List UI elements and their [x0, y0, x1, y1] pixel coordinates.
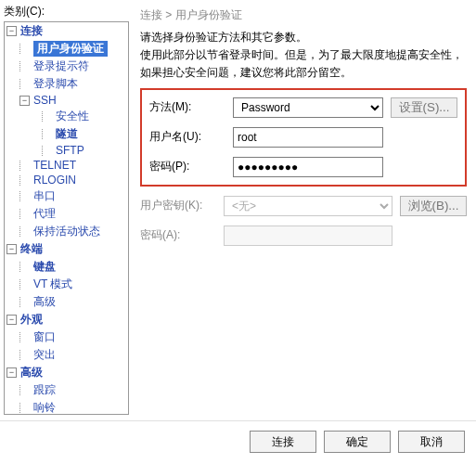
tree-terminal[interactable]: − 终端 — [5, 240, 128, 258]
connect-button[interactable]: 连接 — [250, 431, 316, 453]
breadcrumb-a: 连接 — [140, 8, 162, 21]
tree-advanced-cat[interactable]: − 高级 — [5, 364, 128, 381]
collapse-icon[interactable]: − — [6, 367, 17, 378]
tree-highlight[interactable]: 突出 — [18, 346, 128, 364]
collapse-icon[interactable]: − — [6, 244, 17, 254]
passphrase-input — [224, 226, 392, 246]
category-panel: 类别(C): − 连接 用户身份验证 — [0, 0, 135, 420]
tree-trace[interactable]: 跟踪 — [18, 381, 128, 399]
method-label: 方法(M): — [149, 99, 233, 115]
tree-keyboard[interactable]: 键盘 — [18, 258, 128, 276]
tree-login-prompt[interactable]: 登录提示符 — [18, 58, 128, 75]
tree-ssh[interactable]: − SSH — [18, 93, 128, 108]
password-label: 密码(P): — [149, 159, 233, 174]
password-input[interactable] — [233, 157, 383, 177]
cancel-button[interactable]: 取消 — [398, 431, 465, 453]
highlighted-auth-group: 方法(M): Password 设置(S)... 用户名(U): 密码(P): — [140, 88, 467, 187]
tree-ssh-sftp[interactable]: SFTP — [40, 143, 128, 158]
breadcrumb: 连接 > 用户身份验证 — [140, 7, 467, 23]
breadcrumb-b: 用户身份验证 — [175, 8, 242, 21]
browse-button: 浏览(B)... — [400, 196, 467, 216]
category-tree[interactable]: − 连接 用户身份验证 登录提示符 — [4, 21, 129, 415]
tree-term-advanced[interactable]: 高级 — [18, 293, 128, 311]
tree-window[interactable]: 窗口 — [18, 329, 128, 346]
collapse-icon[interactable]: − — [19, 96, 30, 106]
settings-button[interactable]: 设置(S)... — [391, 97, 457, 118]
tree-serial[interactable]: 串口 — [18, 187, 128, 205]
tree-connection[interactable]: − 连接 — [5, 22, 128, 40]
tree-rlogin[interactable]: RLOGIN — [18, 173, 128, 187]
breadcrumb-sep: > — [165, 8, 172, 21]
collapse-icon[interactable]: − — [6, 315, 17, 325]
collapse-icon[interactable]: − — [6, 26, 17, 36]
tree-telnet[interactable]: TELNET — [18, 158, 128, 173]
userkey-select: <无> — [224, 196, 392, 216]
tree-line — [19, 61, 33, 71]
tree-login-scripts[interactable]: 登录脚本 — [18, 75, 128, 93]
tree-keepalive[interactable]: 保持活动状态 — [18, 223, 128, 240]
session-properties-dialog: { "left_panel": { "label": "类别(C):" }, "… — [0, 0, 476, 464]
category-label: 类别(C): — [4, 4, 129, 19]
tree-vt[interactable]: VT 模式 — [18, 276, 128, 293]
username-label: 用户名(U): — [149, 129, 233, 145]
username-input[interactable] — [233, 127, 383, 148]
tree-ssh-tunnel[interactable]: 隧道 — [40, 125, 128, 143]
tree-appearance[interactable]: − 外观 — [5, 311, 128, 329]
description: 请选择身份验证方法和其它参数。 使用此部分以节省登录时间。但是，为了最大限度地提… — [140, 29, 467, 83]
desc-line2: 使用此部分以节省登录时间。但是，为了最大限度地提高安全性，如果担心安全问题，建议… — [140, 46, 467, 82]
desc-line1: 请选择身份验证方法和其它参数。 — [140, 29, 467, 46]
passphrase-label: 密码(A): — [140, 227, 224, 243]
tree-line — [19, 79, 33, 89]
dialog-button-bar: 连接 确定 取消 — [0, 420, 476, 464]
ok-button[interactable]: 确定 — [324, 431, 391, 453]
tree-proxy[interactable]: 代理 — [18, 205, 128, 223]
method-select[interactable]: Password — [233, 97, 383, 118]
tree-ssh-security[interactable]: 安全性 — [40, 108, 128, 125]
tree-bell[interactable]: 响铃 — [18, 399, 128, 415]
userkey-label: 用户密钥(K): — [140, 198, 224, 213]
tree-auth[interactable]: 用户身份验证 — [18, 40, 128, 58]
auth-panel: 连接 > 用户身份验证 请选择身份验证方法和其它参数。 使用此部分以节省登录时间… — [135, 0, 476, 420]
tree-line — [19, 44, 33, 54]
